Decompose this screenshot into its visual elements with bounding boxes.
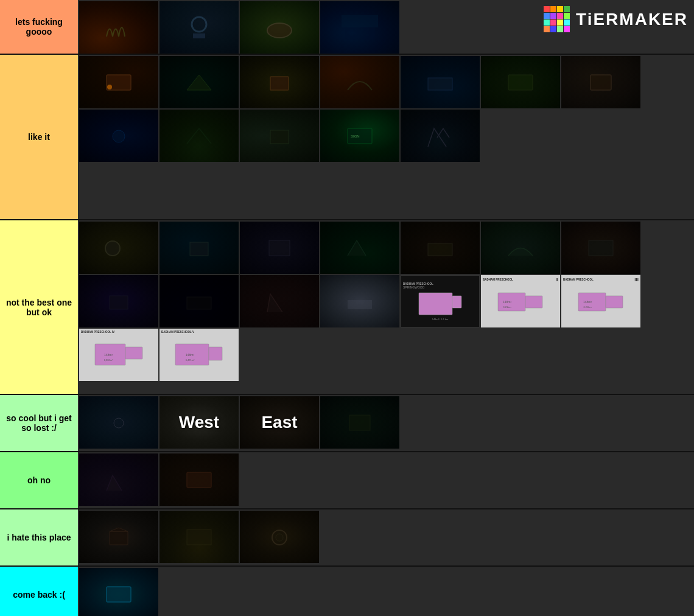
svg-rect-13	[270, 130, 289, 144]
tier-label-b: not the best one but ok	[0, 220, 78, 394]
list-item[interactable]	[240, 275, 319, 327]
list-item[interactable]	[79, 396, 158, 449]
tier-row-f: come back :(	[0, 567, 694, 616]
svg-text:148m²: 148m²	[103, 353, 113, 357]
tier-label-c: so cool but i get so lost :/	[0, 395, 78, 451]
tier-row-d: oh no	[0, 452, 694, 509]
tier-label-a: like it	[0, 55, 78, 219]
tier-items-e	[78, 509, 694, 565]
svg-rect-5	[345, 27, 375, 40]
list-item[interactable]: BADHAM PRESCHOOL III 148m² 6.21km	[561, 275, 640, 327]
list-item[interactable]	[240, 110, 319, 162]
list-item[interactable]	[79, 453, 158, 506]
svg-rect-31	[606, 296, 623, 308]
list-item[interactable]	[240, 222, 319, 274]
list-item[interactable]	[79, 511, 158, 563]
svg-rect-9	[428, 78, 452, 90]
list-item[interactable]	[561, 222, 640, 274]
list-item[interactable]	[320, 275, 399, 327]
list-item[interactable]	[159, 110, 239, 162]
svg-point-3	[267, 23, 292, 38]
tier-items-a: SIGN	[78, 55, 694, 219]
svg-rect-24	[419, 293, 452, 315]
list-item[interactable]	[79, 1, 158, 54]
list-item[interactable]	[320, 1, 399, 54]
list-item[interactable]: BADHAM PRESCHOOL IV 148m² 6,960m²	[79, 329, 158, 381]
tier-items-c: West East	[78, 395, 694, 451]
list-item[interactable]	[159, 1, 239, 54]
svg-rect-19	[428, 243, 452, 256]
list-item[interactable]	[481, 222, 560, 274]
svg-point-12	[113, 130, 125, 142]
svg-point-49	[276, 534, 283, 541]
tier-label-f: come back :(	[0, 567, 78, 616]
svg-rect-50	[107, 587, 131, 602]
list-item[interactable]	[159, 275, 239, 327]
east-label: East	[261, 413, 297, 432]
svg-rect-11	[591, 75, 611, 90]
list-item[interactable]	[79, 275, 158, 327]
tier-items-d	[78, 452, 694, 508]
svg-text:6.21km: 6.21km	[503, 306, 511, 309]
svg-rect-17	[190, 242, 208, 256]
svg-point-1	[192, 17, 206, 32]
list-item[interactable]	[561, 56, 640, 108]
list-item[interactable]	[159, 56, 239, 108]
tier-row-a: like it SIGN	[0, 55, 694, 220]
list-item[interactable]	[481, 56, 560, 108]
svg-rect-18	[269, 240, 290, 256]
list-item[interactable]: East	[240, 396, 319, 449]
svg-rect-43	[349, 415, 370, 430]
svg-text:148m²: 148m²	[185, 353, 194, 357]
tier-row-b: not the best one but ok BADHAM PRESCHOOL…	[0, 220, 694, 395]
list-item[interactable]	[159, 222, 239, 274]
svg-rect-25	[452, 296, 461, 308]
list-item[interactable]: West	[159, 396, 239, 449]
tier-items-b: BADHAM PRESCHOOL SPRINGWOOD 148m² / 6.1 …	[78, 220, 694, 394]
svg-text:SIGN: SIGN	[351, 135, 360, 138]
list-item[interactable]	[159, 511, 239, 563]
svg-text:6,960m²: 6,960m²	[103, 359, 113, 362]
svg-rect-22	[187, 297, 211, 309]
svg-rect-2	[193, 33, 205, 38]
list-item[interactable]	[401, 56, 480, 108]
svg-rect-23	[348, 300, 372, 309]
list-item[interactable]	[79, 110, 158, 162]
svg-rect-47	[187, 530, 211, 545]
list-item[interactable]	[240, 56, 319, 108]
tier-list: lets fucking goooo	[0, 0, 694, 616]
list-item[interactable]	[240, 511, 319, 563]
list-item[interactable]: BADHAM PRESCHOOL SPRINGWOOD 148m² / 6.1 …	[401, 275, 480, 327]
list-item[interactable]: BADHAM PRESCHOOL II 148m² 6.21km	[481, 275, 560, 327]
list-item[interactable]: BADHAM PRESCHOOL V 148m² 6,471m²	[159, 329, 239, 381]
west-label: West	[179, 413, 219, 432]
list-item[interactable]	[401, 110, 480, 162]
svg-text:6.21km: 6.21km	[583, 306, 592, 309]
list-item[interactable]	[79, 568, 158, 616]
svg-rect-26	[498, 293, 525, 311]
list-item[interactable]	[240, 1, 319, 54]
list-item[interactable]	[79, 222, 158, 274]
tier-label-d: oh no	[0, 452, 78, 508]
svg-text:148m²: 148m²	[583, 300, 592, 304]
list-item[interactable]	[320, 396, 399, 449]
list-item[interactable]	[79, 56, 158, 108]
list-item[interactable]: SIGN	[320, 110, 399, 162]
list-item[interactable]	[320, 222, 399, 274]
list-item[interactable]	[159, 453, 239, 506]
tier-label-e: i hate this place	[0, 509, 78, 565]
svg-rect-4	[342, 15, 378, 27]
tier-row-c: so cool but i get so lost :/ West East	[0, 395, 694, 452]
svg-text:148m²: 148m²	[502, 300, 511, 304]
list-item[interactable]	[320, 56, 399, 108]
svg-rect-39	[209, 347, 222, 360]
svg-marker-46	[110, 528, 128, 531]
svg-rect-8	[270, 77, 289, 90]
tier-items-f	[78, 567, 694, 616]
svg-rect-20	[589, 240, 613, 256]
svg-text:6,471m²: 6,471m²	[185, 359, 194, 362]
svg-rect-10	[508, 75, 533, 90]
list-item[interactable]	[401, 222, 480, 274]
tier-label-s: lets fucking goooo	[0, 0, 78, 54]
svg-rect-21	[110, 296, 128, 309]
